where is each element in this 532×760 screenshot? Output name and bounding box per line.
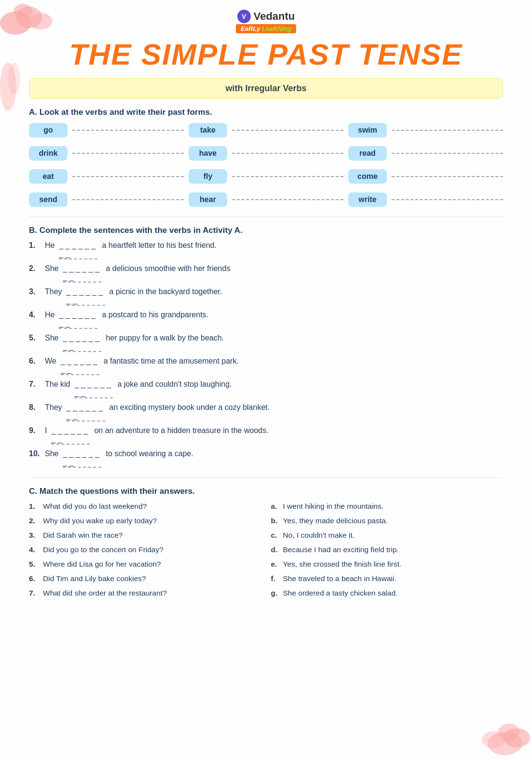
verb-chip-have: have <box>189 146 227 161</box>
list-item: 8. They _ _ _ _ _ _ _ _ an exciting myst… <box>29 403 503 421</box>
sentence-num: 2. <box>29 264 42 273</box>
sentence-before: She <box>45 449 58 458</box>
match-num: 1. <box>29 502 41 511</box>
sentence-after: a postcard to his grandparents. <box>102 311 208 319</box>
answer-text: She traveled to a beach in Hawaii. <box>283 574 396 583</box>
answer-text: Yes, they made delicious pasta. <box>283 516 388 525</box>
v-icon: V <box>237 10 251 23</box>
match-letter: d. <box>271 545 281 554</box>
cloud-bottom-right-decoration <box>474 712 532 760</box>
answer-text: Because I had an exciting field trip. <box>283 545 399 554</box>
verb-blank <box>392 176 503 177</box>
question-text: Why did you wake up early today? <box>43 516 157 525</box>
sentence-num: 8. <box>29 403 42 412</box>
match-letter: b. <box>271 516 281 525</box>
match-num: 3. <box>29 531 41 540</box>
sentence-num: 7. <box>29 380 42 389</box>
verb-chip-take: take <box>189 123 227 137</box>
vedantu-logo: V Vedantu EaRLy LeaRNing <box>236 10 296 33</box>
sentence-blank: _ _ _ _ _ _ _ _ <box>67 287 105 306</box>
match-num: 5. <box>29 560 41 569</box>
match-letter: f. <box>271 574 281 583</box>
list-item: 4. Did you go to the concert on Friday? <box>29 545 261 554</box>
match-answers-list: a. I went hiking in the mountains. b. Ye… <box>271 502 504 603</box>
list-item: a. I went hiking in the mountains. <box>271 502 504 511</box>
verb-item: send <box>29 192 184 207</box>
verb-item: take <box>189 123 343 137</box>
question-text: Did Tim and Lily bake cookies? <box>43 574 146 583</box>
sentence-blank: _ _ _ _ _ _ _ _ <box>67 403 105 421</box>
sentence-after: on an adventure to a hidden treasure in … <box>94 426 268 435</box>
verb-item: write <box>348 192 503 207</box>
question-text: What did she order at the restaurant? <box>43 589 167 597</box>
verb-chip-go: go <box>29 123 68 137</box>
verb-item: go <box>29 123 184 137</box>
sentence-before: I <box>45 426 47 435</box>
sentence-after: an exciting mystery book under a cozy bl… <box>109 403 270 412</box>
badge-text-2: LeaRNing <box>262 25 291 32</box>
answer-text: No, I couldn't make it. <box>283 531 355 540</box>
verb-blank <box>392 199 503 200</box>
verb-chip-come: come <box>348 169 387 184</box>
verb-item: drink <box>29 146 184 161</box>
list-item: 1. What did you do last weekend? <box>29 502 261 511</box>
page-content: V Vedantu EaRLy LeaRNing THE SIMPLE PAST… <box>0 0 532 623</box>
list-item: 10. She _ _ _ _ _ _ _ _ to school wearin… <box>29 449 503 468</box>
section-divider <box>29 477 503 478</box>
subtitle-text: with Irregular Verbs <box>225 83 306 93</box>
match-letter: a. <box>271 502 281 511</box>
list-item: 7. What did she order at the restaurant? <box>29 589 261 597</box>
question-text: Did Sarah win the race? <box>43 531 123 540</box>
sentence-blank: _ _ _ _ _ _ _ _ <box>61 357 99 375</box>
list-item: 6. Did Tim and Lily bake cookies? <box>29 574 261 583</box>
verb-blank <box>72 176 184 177</box>
sentence-before: The kid <box>45 380 70 389</box>
verb-blank <box>232 176 343 177</box>
sentence-after: to school wearing a cape. <box>106 449 193 458</box>
sentence-after: a delicious smoothie with her friends <box>106 264 230 273</box>
sentence-blank: _ _ _ _ _ _ _ _ <box>51 426 90 445</box>
verb-item: eat <box>29 169 184 184</box>
list-item: f. She traveled to a beach in Hawaii. <box>271 574 504 583</box>
sentence-num: 6. <box>29 357 42 366</box>
sentence-before: He <box>45 241 55 250</box>
badge-text-1: EaRLy <box>241 25 260 32</box>
verb-grid: go take swim drink have read eat <box>29 123 503 207</box>
list-item: g. She ordered a tasty chicken salad. <box>271 589 504 597</box>
match-letter: g. <box>271 589 281 597</box>
verb-item: swim <box>348 123 503 137</box>
verb-blank <box>392 130 503 131</box>
sentence-before: She <box>45 264 58 273</box>
list-item: 3. They _ _ _ _ _ _ _ _ a picnic in the … <box>29 287 503 306</box>
match-letter: c. <box>271 531 281 540</box>
verb-chip-fly: fly <box>189 169 227 184</box>
verb-blank <box>72 153 184 154</box>
list-item: 4. He _ _ _ _ _ _ _ _ a postcard to his … <box>29 311 503 329</box>
sentence-before: He <box>45 311 55 319</box>
verb-item: hear <box>189 192 343 207</box>
verb-chip-swim: swim <box>348 123 387 137</box>
sentence-blank: _ _ _ _ _ _ _ _ <box>63 334 101 352</box>
subtitle-band: with Irregular Verbs <box>29 78 503 99</box>
list-item: 5. She _ _ _ _ _ _ _ _ her puppy for a w… <box>29 334 503 352</box>
list-item: b. Yes, they made delicious pasta. <box>271 516 504 525</box>
list-item: 2. Why did you wake up early today? <box>29 516 261 525</box>
brand-name: Vedantu <box>254 10 295 23</box>
match-num: 6. <box>29 574 41 583</box>
list-item: d. Because I had an exciting field trip. <box>271 545 504 554</box>
list-item: 1. He _ _ _ _ _ _ _ _ a heartfelt letter… <box>29 241 503 259</box>
sentence-num: 10. <box>29 449 42 458</box>
question-text: Where did Lisa go for her vacation? <box>43 560 161 569</box>
verb-chip-write: write <box>348 192 387 207</box>
answer-text: She ordered a tasty chicken salad. <box>283 589 398 597</box>
question-text: Did you go to the concert on Friday? <box>43 545 164 554</box>
sentence-before: She <box>45 334 58 342</box>
sentence-blank: _ _ _ _ _ _ _ _ <box>63 449 101 468</box>
sentence-after: a joke and couldn't stop laughing. <box>117 380 232 389</box>
sentence-after: a fantastic time at the amusement park. <box>104 357 239 366</box>
verb-chip-read: read <box>348 146 387 161</box>
list-item: e. Yes, she crossed the finish line firs… <box>271 560 504 569</box>
list-item: 2. She _ _ _ _ _ _ _ _ a delicious smoot… <box>29 264 503 283</box>
list-item: 7. The kid _ _ _ _ _ _ _ _ a joke and co… <box>29 380 503 398</box>
match-num: 7. <box>29 589 41 597</box>
